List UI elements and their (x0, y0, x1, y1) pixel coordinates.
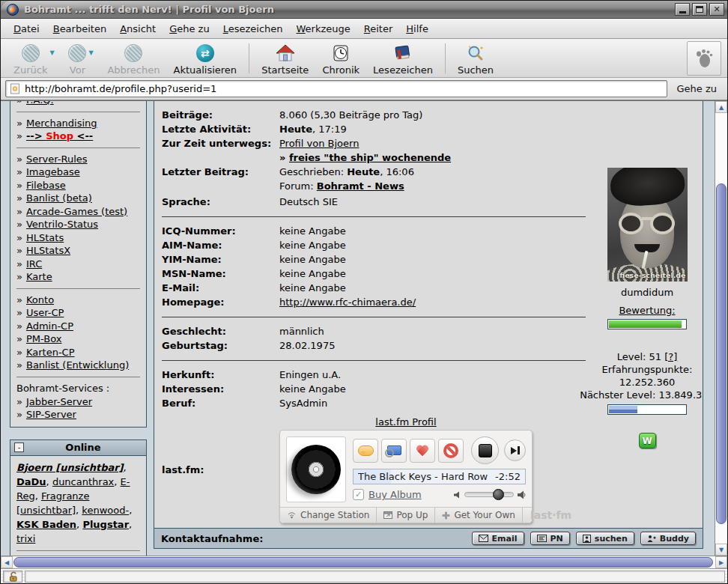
scroll-left-button[interactable] (1, 556, 13, 568)
volume-slider[interactable] (464, 492, 514, 497)
ban-button[interactable] (438, 439, 464, 463)
sidebar-item-faq[interactable]: F.A.Q. (26, 101, 54, 107)
sidebar-item-karte[interactable]: Karte (26, 270, 52, 284)
lastfm-profile-link[interactable]: last.fm Profil (375, 416, 436, 428)
back-button[interactable]: Zurück (7, 40, 54, 76)
menu-werkzeuge[interactable]: Werkzeuge (290, 20, 357, 37)
go-button[interactable]: Gehe zu (673, 82, 723, 96)
sidebar-item-banlist-beta[interactable]: Banlist (beta) (26, 192, 92, 205)
sidebar-item-irc[interactable]: IRC (26, 258, 42, 271)
vinyl-record-icon (291, 445, 341, 494)
bookmarks-button[interactable]: Lesezeichen (366, 40, 440, 76)
online-user[interactable]: Plugstar (82, 519, 129, 530)
section-divider (162, 216, 586, 217)
online-user[interactable]: DaDu (16, 476, 46, 487)
sidebar-item-merchandising[interactable]: Merchandising (26, 117, 97, 130)
history-button[interactable]: Chronik (315, 40, 366, 76)
sidebar-item-banlist-entwicklung[interactable]: Banlist (Entwicklung) (26, 359, 129, 372)
menubar: Datei Bearbeiten Ansicht Gehe zu Lesezei… (1, 19, 727, 39)
tag-button[interactable] (381, 439, 407, 463)
online-header: - Online (10, 440, 146, 456)
online-user[interactable]: Bjoern [unsichtbar] (16, 462, 124, 473)
profile-main: Beiträge:8.060 (5,30 Beiträge pro Tag) L… (154, 101, 703, 549)
forward-dropdown-icon[interactable] (88, 49, 99, 56)
menu-lesezeichen[interactable]: Lesezeichen (216, 20, 290, 37)
search-posts-button[interactable]: suchen (576, 532, 634, 545)
sidebar-item-pm-box[interactable]: PM-Box (26, 332, 61, 346)
email-button[interactable]: Email (472, 532, 524, 545)
sidebar-item-karten-cp[interactable]: Karten-CP (26, 346, 75, 359)
last-post-link[interactable]: freies "the ship" wochenende (289, 152, 451, 163)
love-button[interactable] (410, 439, 435, 463)
menu-ansicht[interactable]: Ansicht (113, 20, 163, 37)
vertical-scrollbar[interactable] (715, 101, 727, 556)
forward-button[interactable]: Vor (61, 40, 93, 76)
menu-gehe-zu[interactable]: Gehe zu (163, 20, 216, 37)
reload-button[interactable]: Aktualisieren (166, 40, 243, 76)
rating-link[interactable]: Bewertung: (619, 305, 675, 316)
scroll-down-button[interactable] (715, 544, 727, 556)
home-button[interactable]: Startseite (255, 40, 315, 76)
scroll-right-button[interactable] (715, 556, 727, 568)
url-field[interactable] (5, 80, 667, 97)
sidebar-item-hlstatsx[interactable]: HLStatsX (26, 244, 70, 258)
sunglasses-bridge (642, 217, 652, 220)
collapse-button[interactable]: - (14, 442, 24, 452)
volume-knob[interactable] (493, 489, 504, 500)
sidebar-item-imagebase[interactable]: Imagebase (26, 165, 80, 179)
sidebar-item-konto[interactable]: Konto (26, 293, 54, 307)
sidebar-item-admin-cp[interactable]: Admin-CP (26, 320, 73, 333)
scroll-up-button[interactable] (715, 101, 727, 113)
sidebar-item-jabber-server[interactable]: Jabber-Server (26, 395, 92, 409)
field-value: männlich (279, 324, 586, 338)
skip-button[interactable] (504, 439, 526, 461)
maximize-button[interactable] (692, 3, 707, 16)
online-user[interactable]: duncanthrax (52, 476, 114, 487)
sidebar-item-user-cp[interactable]: User-CP (26, 306, 64, 320)
online-user[interactable]: KSK Baden (16, 519, 76, 530)
sidebar-item-filebase[interactable]: Filebase (26, 179, 66, 192)
sidebar-item-hlstats[interactable]: HLStats (26, 231, 64, 245)
sidebar-item-server-rules[interactable]: Server-Rules (26, 153, 88, 166)
buy-album-link[interactable]: Buy Album (368, 489, 422, 500)
buddy-button[interactable]: Buddy (640, 532, 696, 545)
comment-button[interactable] (353, 439, 378, 463)
sidebar-item-ventrilo-status[interactable]: Ventrilo-Status (26, 218, 98, 231)
menu-bearbeiten[interactable]: Bearbeiten (46, 20, 113, 37)
vertical-scroll-thumb[interactable] (716, 183, 727, 524)
online-user[interactable]: kenwood- (82, 505, 129, 516)
get-your-own-button[interactable]: Get Your Own (435, 508, 523, 523)
change-station-button[interactable]: Change Station (280, 508, 377, 523)
horizontal-scroll-track[interactable] (13, 556, 715, 568)
sidebar-item-arcade-games[interactable]: Arcade-Games (test) (26, 205, 127, 219)
pn-button[interactable]: PN (530, 532, 570, 545)
current-page-link[interactable]: Profil von Bjoern (279, 138, 359, 149)
vertical-scroll-track[interactable] (715, 113, 727, 544)
horizontal-scroll-thumb[interactable] (13, 557, 713, 568)
profile-fields: Beiträge:8.060 (5,30 Beiträge pro Tag) L… (154, 101, 592, 528)
security-indicator (3, 571, 22, 583)
search-button[interactable]: Suchen (451, 40, 500, 76)
sidebar-item-shop[interactable]: --> Shop <-- (26, 130, 93, 143)
level-help-link[interactable]: [?] (664, 351, 677, 362)
url-input[interactable] (25, 83, 663, 94)
buy-album-checkbox[interactable] (353, 489, 364, 500)
wiki-badge[interactable]: W (639, 433, 656, 448)
stop-button[interactable]: Abbrechen (100, 40, 166, 76)
homepage-link[interactable]: http://www.rfc-chimaera.de/ (279, 296, 416, 308)
pop-up-button[interactable]: Pop Up (377, 508, 435, 523)
bullet: » (16, 320, 22, 333)
xp-value: 12.252.360 (580, 376, 703, 389)
menu-hilfe[interactable]: Hilfe (399, 20, 435, 37)
stop-playback-button[interactable] (471, 437, 499, 464)
forum-link[interactable]: Bohramt - News (317, 180, 404, 192)
close-button[interactable]: ✕ (709, 3, 724, 16)
back-dropdown-icon[interactable] (49, 49, 60, 56)
online-user[interactable]: trixi (16, 533, 35, 544)
horizontal-scrollbar[interactable] (1, 556, 727, 568)
get-your-own-label: Get Your Own (454, 510, 515, 520)
menu-reiter[interactable]: Reiter (357, 20, 400, 37)
minimize-button[interactable] (675, 3, 690, 16)
menu-datei[interactable]: Datei (7, 20, 46, 37)
sidebar-item-sip-server[interactable]: SIP-Server (26, 408, 76, 422)
